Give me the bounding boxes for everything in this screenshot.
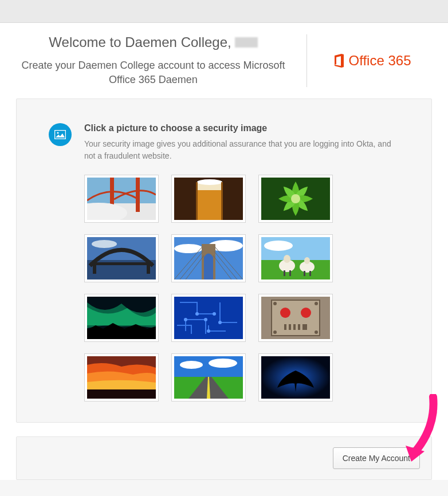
svg-point-10 (197, 179, 222, 185)
svg-rect-53 (300, 324, 302, 330)
security-image-grid (84, 175, 399, 401)
security-card: Click a picture to choose a security ima… (16, 99, 432, 423)
security-title: Click a picture to choose a security ima… (84, 123, 399, 133)
username-redacted (235, 37, 258, 48)
welcome-prefix: Welcome to Daemen College, (49, 34, 231, 50)
office365-logo: Office 365 (333, 53, 411, 69)
svg-point-56 (273, 330, 277, 334)
welcome-subtitle: Create your Daemen College account to ac… (16, 58, 290, 87)
picture-icon (49, 123, 72, 146)
svg-rect-46 (272, 300, 320, 336)
security-image-brooklyn-bridge[interactable] (171, 234, 246, 282)
page: Welcome to Daemen College, Create your D… (0, 23, 448, 480)
security-image-manta-ray[interactable] (258, 353, 333, 401)
security-image-aurora-borealis[interactable] (84, 294, 159, 342)
svg-rect-51 (291, 324, 293, 330)
security-image-sunset-clouds[interactable] (84, 353, 159, 401)
svg-rect-17 (90, 262, 153, 265)
svg-rect-31 (289, 270, 291, 276)
security-image-open-road[interactable] (171, 353, 246, 401)
top-bar (0, 0, 448, 23)
svg-point-54 (273, 302, 277, 305)
svg-rect-0 (55, 131, 66, 139)
office-icon (333, 53, 345, 68)
header-divider (306, 34, 307, 87)
svg-point-42 (204, 318, 207, 321)
svg-rect-12 (221, 182, 223, 220)
security-image-beer-glass[interactable] (171, 175, 246, 223)
security-image-circuit-board[interactable] (171, 294, 246, 342)
svg-point-57 (315, 330, 318, 334)
svg-point-27 (264, 241, 293, 251)
svg-point-39 (195, 312, 199, 316)
svg-point-14 (291, 194, 300, 203)
svg-point-62 (180, 361, 203, 369)
svg-point-48 (301, 308, 311, 318)
welcome-title: Welcome to Daemen College, (16, 34, 290, 50)
svg-rect-18 (93, 262, 96, 274)
security-image-sheep-field[interactable] (258, 234, 333, 282)
svg-rect-26 (261, 260, 330, 280)
office365-text: Office 365 (349, 53, 411, 69)
create-account-button[interactable]: Create My Account (333, 447, 420, 469)
header: Welcome to Daemen College, Create your D… (0, 23, 448, 99)
svg-point-1 (57, 132, 58, 134)
svg-point-33 (304, 257, 310, 264)
svg-point-20 (92, 240, 117, 248)
security-text-block: Click a picture to choose a security ima… (84, 123, 399, 162)
svg-point-63 (209, 359, 237, 368)
security-card-header: Click a picture to choose a security ima… (49, 123, 399, 162)
security-description: Your security image gives you additional… (84, 138, 399, 162)
security-image-green-succulent[interactable] (258, 175, 333, 223)
svg-point-41 (218, 321, 222, 324)
svg-point-43 (184, 318, 187, 321)
header-left: Welcome to Daemen College, Create your D… (16, 34, 302, 87)
svg-rect-52 (296, 324, 298, 330)
svg-point-47 (280, 308, 290, 318)
svg-rect-11 (196, 182, 198, 220)
svg-rect-60 (87, 389, 156, 399)
content: Click a picture to choose a security ima… (0, 99, 448, 480)
svg-rect-34 (304, 271, 305, 276)
svg-point-55 (315, 302, 318, 305)
svg-rect-50 (286, 324, 289, 330)
svg-rect-30 (284, 270, 285, 276)
svg-rect-5 (136, 178, 140, 212)
security-image-robot-face[interactable] (258, 294, 333, 342)
footer-card: Create My Account (16, 436, 432, 480)
svg-rect-19 (147, 262, 150, 274)
svg-point-29 (284, 255, 290, 263)
header-brand: Office 365 (312, 34, 432, 87)
security-image-golden-gate-bridge[interactable] (84, 175, 159, 223)
svg-rect-35 (309, 271, 311, 276)
svg-point-23 (174, 244, 203, 253)
svg-point-44 (207, 329, 210, 333)
svg-point-40 (213, 312, 216, 316)
security-image-harbour-bridge[interactable] (84, 234, 159, 282)
